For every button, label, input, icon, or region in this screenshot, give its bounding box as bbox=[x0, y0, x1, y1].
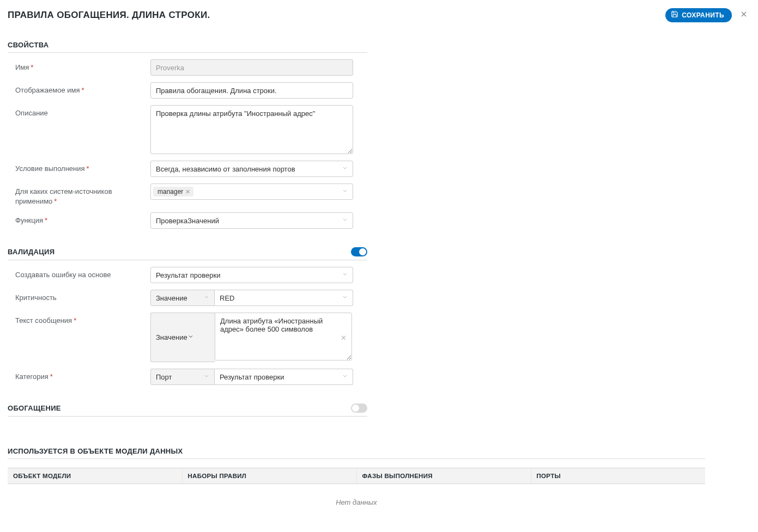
section-usage-title: ИСПОЛЬЗУЕТСЯ В ОБЪЕКТЕ МОДЕЛИ ДАННЫХ bbox=[8, 447, 705, 459]
section-properties: СВОЙСТВА Имя* Отображаемое имя* Описание bbox=[8, 41, 367, 229]
chevron-down-icon bbox=[342, 294, 348, 302]
chevron-down-icon bbox=[187, 333, 194, 341]
category-mode-select[interactable]: Порт bbox=[150, 369, 215, 385]
usage-col-ports[interactable]: ПОРТЫ bbox=[531, 468, 705, 484]
message-mode-select[interactable]: Значение bbox=[150, 313, 215, 362]
description-textarea[interactable] bbox=[150, 105, 353, 154]
label-name: Имя* bbox=[15, 59, 150, 72]
source-system-tag: manager ✕ bbox=[153, 187, 193, 197]
section-enrichment-title: ОБОГАЩЕНИЕ bbox=[8, 404, 351, 412]
category-mode-value: Порт bbox=[156, 373, 172, 381]
name-input bbox=[150, 59, 353, 76]
usage-col-rulesets[interactable]: НАБОРЫ ПРАВИЛ bbox=[182, 468, 356, 484]
label-err-basis: Создавать ошибку на основе bbox=[15, 267, 150, 280]
label-message: Текст сообщения* bbox=[15, 313, 150, 326]
label-severity: Критичность bbox=[15, 290, 150, 303]
tag-label: manager bbox=[157, 188, 183, 195]
label-description: Описание bbox=[15, 105, 150, 118]
page-title: ПРАВИЛА ОБОГАЩЕНИЯ. ДЛИНА СТРОКИ. bbox=[8, 10, 665, 21]
usage-col-object[interactable]: ОБЪЕКТ МОДЕЛИ bbox=[8, 468, 182, 484]
close-button[interactable] bbox=[737, 8, 750, 22]
message-textarea[interactable] bbox=[215, 313, 352, 360]
save-button-label: СОХРАНИТЬ bbox=[682, 11, 724, 19]
chevron-down-icon bbox=[342, 217, 348, 225]
tag-remove-icon[interactable]: ✕ bbox=[185, 188, 190, 195]
message-mode-value: Значение bbox=[156, 333, 187, 341]
chevron-down-icon bbox=[342, 373, 348, 381]
chevron-down-icon bbox=[342, 165, 348, 173]
clear-icon[interactable]: ✕ bbox=[341, 333, 347, 341]
display-name-input[interactable] bbox=[150, 82, 353, 99]
source-systems-tagbox[interactable]: manager ✕ bbox=[150, 184, 353, 200]
run-condition-select[interactable]: Всегда, независимо от заполнения портов bbox=[150, 161, 353, 177]
enrichment-toggle[interactable] bbox=[351, 403, 367, 413]
section-enrichment: ОБОГАЩЕНИЕ bbox=[8, 403, 367, 417]
label-run-condition: Условие выполнения* bbox=[15, 161, 150, 174]
usage-col-phases[interactable]: ФАЗЫ ВЫПОЛНЕНИЯ bbox=[356, 468, 531, 484]
severity-mode-value: Значение bbox=[156, 294, 187, 302]
section-properties-title: СВОЙСТВА bbox=[8, 41, 367, 49]
label-function: Функция* bbox=[15, 212, 150, 225]
chevron-down-icon bbox=[342, 271, 348, 279]
label-display-name: Отображаемое имя* bbox=[15, 82, 150, 95]
label-source-systems: Для каких систем-источников применимо* bbox=[15, 184, 150, 206]
section-validation-title: ВАЛИДАЦИЯ bbox=[8, 248, 351, 256]
function-value: ПроверкаЗначений bbox=[156, 217, 219, 225]
run-condition-value: Всегда, независимо от заполнения портов bbox=[156, 165, 295, 173]
save-icon bbox=[671, 10, 678, 20]
usage-no-data: Нет данных bbox=[8, 484, 705, 509]
validation-toggle[interactable] bbox=[351, 247, 367, 256]
err-basis-select[interactable]: Результат проверки bbox=[150, 267, 353, 283]
section-validation: ВАЛИДАЦИЯ Создавать ошибку на основе Рез… bbox=[8, 247, 367, 385]
category-value: Результат проверки bbox=[220, 373, 284, 381]
save-button[interactable]: СОХРАНИТЬ bbox=[665, 8, 732, 22]
severity-mode-select[interactable]: Значение bbox=[150, 290, 215, 306]
severity-value-select[interactable]: RED bbox=[215, 290, 353, 306]
err-basis-value: Результат проверки bbox=[156, 271, 220, 279]
chevron-down-icon bbox=[203, 373, 210, 381]
chevron-down-icon bbox=[203, 294, 210, 302]
severity-value: RED bbox=[220, 294, 234, 302]
category-value-select[interactable]: Результат проверки bbox=[215, 369, 353, 385]
label-category: Категория* bbox=[15, 369, 150, 382]
function-select[interactable]: ПроверкаЗначений bbox=[150, 212, 353, 229]
chevron-down-icon bbox=[342, 188, 348, 196]
section-usage: ИСПОЛЬЗУЕТСЯ В ОБЪЕКТЕ МОДЕЛИ ДАННЫХ ОБЪ… bbox=[8, 447, 758, 509]
usage-table: ОБЪЕКТ МОДЕЛИ НАБОРЫ ПРАВИЛ ФАЗЫ ВЫПОЛНЕ… bbox=[8, 468, 705, 484]
close-icon bbox=[739, 12, 748, 20]
